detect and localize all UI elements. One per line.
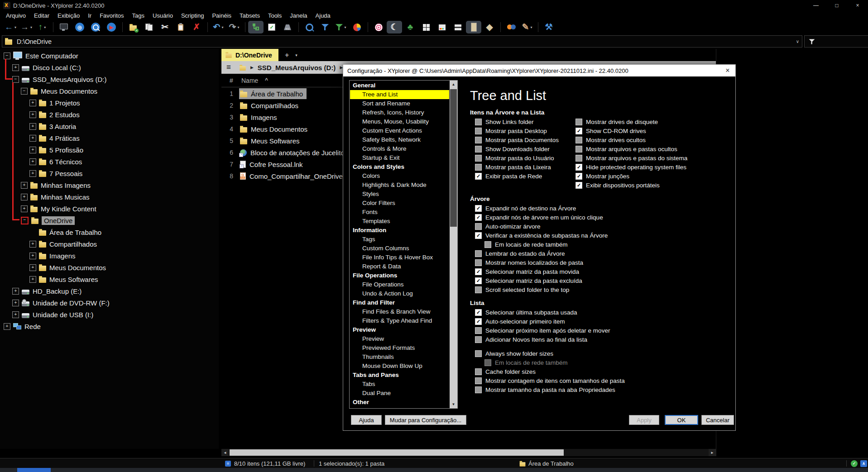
settings-nav-preview[interactable]: Preview (350, 334, 449, 343)
filter-icon[interactable] (317, 21, 333, 33)
column-index[interactable]: # (230, 77, 233, 84)
expand-expand-icon[interactable]: + (4, 323, 10, 330)
option-show-cd-rom-drives[interactable]: Show CD-ROM drives (571, 126, 687, 135)
file-row-content[interactable]: Meus Softwares (239, 135, 303, 146)
nav-scrollbar[interactable]: ▲ ▼ (450, 81, 457, 408)
checkbox[interactable] (575, 182, 582, 189)
settings-nav-dual-pane[interactable]: Dual Pane (350, 389, 449, 398)
go-icon[interactable]: ▶ (104, 21, 119, 33)
tabsets-icon[interactable]: ◆ (482, 21, 497, 33)
checkbox[interactable] (475, 164, 482, 171)
cancel-button[interactable]: Cancelar (701, 415, 734, 425)
menu-scripting[interactable]: Scripting (177, 12, 208, 19)
horizontal-scrollbar[interactable]: ◄ ► (221, 449, 716, 456)
option-em-locais-de-rede-tambem[interactable]: Em locais de rede também (470, 240, 608, 249)
tree-item-unidade-de-dvd-rw-f[interactable]: +Unidade de DVD-RW (F:) (0, 297, 219, 309)
tree-item-4-praticas[interactable]: +4 Práticas (0, 132, 219, 144)
tree-item-meus-softwares[interactable]: +Meus Softwares (0, 273, 219, 285)
quick-search-icon[interactable] (88, 21, 103, 33)
folder-view-icon[interactable]: ♣ (403, 21, 418, 33)
checkbox[interactable] (475, 309, 482, 316)
settings-nav-custom-event-actions[interactable]: Custom Event Actions (350, 126, 449, 135)
settings-nav-other[interactable]: Other (350, 398, 449, 407)
color-filters-icon[interactable] (504, 21, 519, 33)
expand-expand-icon[interactable]: + (12, 311, 19, 318)
tree-item-7-pessoais[interactable]: +7 Pessoais (0, 167, 219, 179)
checkbox[interactable] (575, 146, 582, 153)
checkbox[interactable] (575, 155, 582, 162)
option-mostrar-tamanho-da-pasta-na-aba-propriedades[interactable]: Mostrar tamanho da pasta na aba Propried… (470, 385, 625, 394)
option-mostrar-arquivos-e-pastas-ocultos[interactable]: Mostrar arquivos e pastas ocultos (571, 144, 687, 153)
address-dropdown-icon[interactable]: ∨ (796, 39, 799, 44)
checkbox[interactable] (575, 173, 582, 180)
option-selecionar-proximo-item-apos-deletar-e-mover[interactable]: Selecionar próximo item após deletar e m… (470, 326, 625, 335)
settings-nav-report-data[interactable]: Report & Data (350, 262, 449, 271)
maximize-button[interactable]: □ (826, 0, 847, 11)
minimize-button[interactable]: — (806, 0, 826, 11)
tree-item-compartilhados[interactable]: +Compartilhados (0, 238, 219, 250)
tree-item-my-kindle-content[interactable]: +My Kindle Content (0, 203, 219, 215)
checkbox[interactable] (575, 137, 582, 143)
settings-nav-file-info-tips-hover-box[interactable]: File Info Tips & Hover Box (350, 253, 449, 262)
option-show-links-folder[interactable]: Show Links folder (470, 117, 571, 126)
checkbox[interactable] (475, 205, 482, 212)
expand-expand-icon[interactable]: + (29, 135, 36, 142)
dropdown-arrow-icon[interactable]: ▾ (344, 25, 346, 29)
menu-tools[interactable]: Tools (264, 12, 286, 19)
tree-item-minhas-imagens[interactable]: +Minhas Imagens (0, 179, 219, 191)
expand-expand-icon[interactable]: + (21, 205, 28, 212)
checkbox[interactable] (475, 155, 482, 162)
option-exibir-dispositivos-portateis[interactable]: Exibir dispositivos portáteis (571, 181, 687, 190)
tree-item-disco-local-c[interactable]: +Disco Local (C:) (0, 62, 219, 73)
tiles-icon[interactable] (418, 21, 434, 33)
menu-arquivo[interactable]: Arquivo (2, 12, 30, 19)
menu-tags[interactable]: Tags (128, 12, 149, 19)
tree-item-onedrive[interactable]: −OneDrive (0, 215, 219, 226)
settings-nav-highlights-dark-mode[interactable]: Highlights & Dark Mode (350, 181, 449, 190)
option-expandir-no-de-destino-na-arvore[interactable]: Expandir nó de destino na Árvore (470, 204, 608, 213)
checkbox[interactable] (475, 377, 482, 384)
checkbox-selection-icon[interactable]: ✓ (264, 21, 279, 33)
checkbox[interactable] (475, 173, 482, 180)
option-mostrar-arquivos-e-pastas-do-sistema[interactable]: Mostrar arquivos e pastas do sistema (571, 153, 687, 162)
settings-nav-refresh-icons-history[interactable]: Refresh, Icons, History (350, 108, 449, 117)
expand-collapse-icon[interactable]: − (21, 88, 28, 95)
scroll-right-icon[interactable]: ► (709, 449, 716, 456)
mini-tree-icon[interactable] (466, 21, 481, 33)
file-row-content[interactable]: Meus Documentos (239, 124, 311, 134)
file-row-content[interactable]: ↗Bloco de anotações de Jucelito. (239, 147, 350, 158)
tree-item-este-computador[interactable]: −Este Computador (0, 50, 219, 62)
expand-expand-icon[interactable]: + (29, 123, 36, 130)
dropdown-arrow-icon[interactable]: ▾ (221, 25, 223, 29)
dual-pane-icon[interactable] (450, 21, 465, 33)
catalog-icon[interactable] (434, 21, 450, 33)
dropdown-arrow-icon[interactable]: ▾ (237, 25, 239, 29)
checkbox[interactable] (575, 128, 582, 134)
dialog-close-button[interactable]: × (720, 65, 735, 76)
settings-nav-tabs[interactable]: Tabs (350, 380, 449, 389)
settings-nav-controls-more[interactable]: Controls & More (350, 144, 449, 153)
visual-filter-icon[interactable]: ▾ (333, 21, 349, 33)
menu-favoritos[interactable]: Favoritos (96, 12, 128, 19)
option-cache-folder-sizes[interactable]: Cache folder sizes (470, 367, 625, 376)
expand-expand-icon[interactable]: + (29, 276, 36, 283)
settings-nav-information[interactable]: Information (350, 226, 449, 235)
taskbar-active-app[interactable] (17, 468, 51, 472)
dark-mode-icon[interactable]: ☾ (387, 21, 402, 33)
menu-usuario[interactable]: Usuário (149, 12, 177, 19)
option-em-locais-de-rede-tambem[interactable]: Em locais de rede também (470, 358, 625, 367)
option-mostrar-pasta-desktop[interactable]: Mostrar pasta Desktop (470, 126, 571, 135)
option-expandir-nos-de-arvore-em-um-unico-clique[interactable]: Expandir nós de árvore em um único cliqu… (470, 213, 608, 222)
forward-icon[interactable]: →▾ (19, 21, 34, 33)
menu-tabsets[interactable]: Tabsets (235, 12, 264, 19)
menu-janela[interactable]: Janela (286, 12, 311, 19)
address-input[interactable]: D:\OneDrive ∨ (2, 35, 802, 48)
checkbox[interactable] (475, 128, 482, 134)
settings-nav-colors-and-styles[interactable]: Colors and Styles (350, 162, 449, 172)
file-row-content[interactable]: Como_Compartilhar_OneDrive.p (239, 171, 352, 181)
tree-item-1-projetos[interactable]: +1 Projetos (0, 97, 219, 109)
checkbox[interactable] (475, 268, 482, 275)
checkbox[interactable] (475, 146, 482, 153)
expand-collapse-icon[interactable]: − (21, 217, 29, 224)
option-lembrar-do-estado-da-arvore[interactable]: Lembrar do estado da Árvore (470, 249, 608, 258)
